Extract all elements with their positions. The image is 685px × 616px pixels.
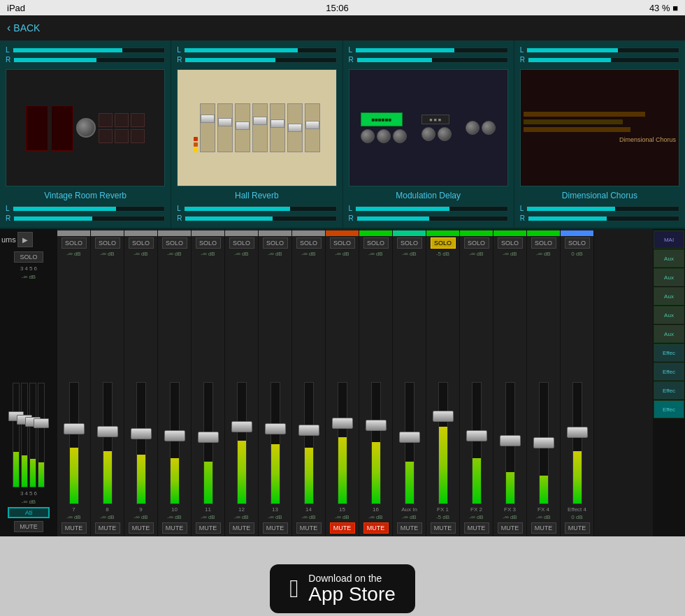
fx-slot-modulation-delay[interactable]: L R ■■■■■■	[343, 41, 514, 228]
aux-button-1[interactable]: Aux	[654, 249, 684, 267]
nav-bar: ‹ BACK	[0, 15, 685, 41]
mute-aux-in[interactable]: MUTE	[397, 522, 422, 534]
back-label: BACK	[13, 22, 40, 34]
aux-button-2[interactable]: Aux	[654, 268, 684, 286]
device-label: iPad	[7, 3, 25, 13]
solo-11[interactable]: SOLO	[196, 237, 221, 249]
appstore-top-text: Download on the	[308, 573, 396, 584]
output-meters-1: L R	[6, 205, 165, 222]
track-label: ums	[1, 235, 16, 244]
channel-strip-aux-in: SOLO -∞ dB Aux In -∞ dB MUTE	[393, 229, 426, 536]
solo-fx3[interactable]: SOLO	[498, 237, 523, 249]
channel-strip-13: SOLO -∞ dB 13 -∞ dB MUTE	[259, 229, 292, 536]
channel-strip-fx3: SOLO -∞ dB FX 3 -∞ dB MUTE	[493, 229, 527, 536]
input-meters-2: L R	[177, 46, 336, 64]
output-meters-2: L R	[177, 205, 336, 222]
channel-strip-7: SOLO -∞ dB 7 -∞ dB MUTE	[57, 229, 91, 536]
solo-7[interactable]: SOLO	[62, 237, 87, 249]
mute-8[interactable]: MUTE	[95, 522, 120, 534]
solo-15[interactable]: SOLO	[330, 237, 355, 249]
solo-fx1[interactable]: SOLO	[431, 237, 456, 249]
output-meters-4: L R	[520, 205, 679, 222]
fx-label-dc: Dimensional Chorus	[562, 191, 637, 200]
solo-9[interactable]: SOLO	[129, 237, 154, 249]
mute-fx3[interactable]: MUTE	[498, 522, 523, 534]
appstore-text-block: Download on the App Store	[308, 573, 396, 606]
channel-strip-11: SOLO -∞ dB 11 -∞ dB MUTE	[192, 229, 225, 536]
effect-button-4[interactable]: Effec	[654, 400, 684, 418]
fx-display-vrr[interactable]	[6, 69, 165, 186]
input-meters-4: L R	[520, 46, 679, 64]
solo-10[interactable]: SOLO	[162, 237, 187, 249]
mute-13[interactable]: MUTE	[263, 522, 288, 534]
channel-strip-fx4: SOLO -∞ dB FX 4 -∞ dB MUTE	[527, 229, 561, 536]
input-meters-1: L R	[6, 46, 165, 64]
mixer-right-panel: MAI Aux Aux Aux Aux Aux Effec Effec Effe…	[653, 229, 685, 536]
fx-label-md: Modulation Delay	[396, 191, 461, 200]
dimensional-chorus-label-inner: Dimensional Chorus	[619, 136, 676, 145]
channel-strip-16: SOLO -∞ dB 16 -∞ dB MUTE	[359, 229, 393, 536]
solo-fx4[interactable]: SOLO	[531, 237, 556, 249]
mixer-channels: SOLO -∞ dB 7 -∞ dB MUTE SOLO -∞ dB	[57, 229, 653, 536]
back-arrow-icon: ‹	[7, 22, 10, 34]
fx-slot-hall-reverb[interactable]: L R	[171, 41, 342, 228]
effect-button-2[interactable]: Effec	[654, 362, 684, 381]
output-meters-3: L R	[349, 205, 508, 222]
mute-fx4[interactable]: MUTE	[531, 522, 556, 534]
back-button[interactable]: ‹ BACK	[7, 22, 40, 34]
mute-11[interactable]: MUTE	[196, 522, 221, 534]
fx-panel: L R Vintage R	[0, 41, 685, 229]
input-meters-3: L R	[349, 46, 508, 64]
fx-slot-dimensional-chorus[interactable]: L R Dimensional Chorus	[514, 41, 685, 228]
fx-slot-vintage-room-reverb[interactable]: L R Vintage R	[0, 41, 171, 228]
mute-9[interactable]: MUTE	[129, 522, 154, 534]
channel-strip-14: SOLO -∞ dB 14 -∞ dB MUTE	[292, 229, 326, 536]
time-display: 15:06	[326, 3, 349, 13]
solo-12[interactable]: SOLO	[229, 237, 254, 249]
channel-strip-effect4: SOLO 0 dB Effect 4 0 dB MUTE	[561, 229, 594, 536]
solo-8[interactable]: SOLO	[95, 237, 120, 249]
effect-button-3[interactable]: Effec	[654, 381, 684, 399]
aux-button-3[interactable]: Aux	[654, 287, 684, 305]
mute-15[interactable]: MUTE	[330, 522, 355, 534]
mute-10[interactable]: MUTE	[162, 522, 187, 534]
effect-button-1[interactable]: Effec	[654, 344, 684, 362]
appstore-badge[interactable]:  Download on the App Store	[270, 564, 415, 614]
mute-12[interactable]: MUTE	[229, 522, 254, 534]
play-button[interactable]: ▶	[17, 232, 33, 247]
status-bar: iPad 15:06 43 % ■	[0, 0, 685, 15]
fx-display-dc[interactable]: Dimensional Chorus	[520, 69, 679, 186]
channel-strip-fx2: SOLO -∞ dB FX 2 -∞ dB MUTE	[460, 229, 493, 536]
channel-strip-8: SOLO -∞ dB 8 -∞ dB MUTE	[91, 229, 124, 536]
channel-strip-10: SOLO -∞ dB 10 -∞ dB MUTE	[158, 229, 192, 536]
mute-16[interactable]: MUTE	[363, 522, 389, 534]
mute-effect4[interactable]: MUTE	[565, 522, 590, 534]
solo-14[interactable]: SOLO	[296, 237, 322, 249]
mute-7[interactable]: MUTE	[62, 522, 87, 534]
channel-strip-12: SOLO -∞ dB 12 -∞ dB MUTE	[225, 229, 259, 536]
mute-fx2[interactable]: MUTE	[464, 522, 489, 534]
battery-indicator: 43 % ■	[649, 3, 678, 13]
solo-effect4[interactable]: SOLO	[565, 237, 590, 249]
mute-fx1[interactable]: MUTE	[431, 522, 456, 534]
aux-button-4[interactable]: Aux	[654, 306, 684, 324]
mute-14[interactable]: MUTE	[296, 522, 322, 534]
aux-button-5[interactable]: Aux	[654, 325, 684, 343]
solo-16[interactable]: SOLO	[363, 237, 389, 249]
solo-fx2[interactable]: SOLO	[464, 237, 489, 249]
fx-display-hr[interactable]	[177, 69, 336, 186]
solo-aux-in[interactable]: SOLO	[397, 237, 422, 249]
appstore-section:  Download on the App Store	[0, 536, 685, 616]
solo-btn-drums[interactable]: SOLO	[14, 251, 43, 263]
main-button[interactable]: MAI	[654, 230, 684, 249]
mixer-left-panel: ums ▶ SOLO 3 4 5 6 -∞ dB	[0, 229, 57, 536]
fx-display-md[interactable]: ■■■■■■ ■ ■ ■	[349, 69, 508, 186]
mute-btn-drums[interactable]: MUTE	[14, 521, 43, 532]
fx-label-hr: Hall Reverb	[235, 191, 279, 200]
appstore-bottom-text: App Store	[308, 584, 396, 606]
solo-13[interactable]: SOLO	[263, 237, 288, 249]
channel-strip-fx1: SOLO -5 dB FX 1 -5 dB MUTE	[426, 229, 460, 536]
apple-logo-icon: 	[289, 576, 298, 601]
mixer-section: ums ▶ SOLO 3 4 5 6 -∞ dB	[0, 229, 685, 536]
fx-label-vrr: Vintage Room Reverb	[44, 191, 127, 200]
